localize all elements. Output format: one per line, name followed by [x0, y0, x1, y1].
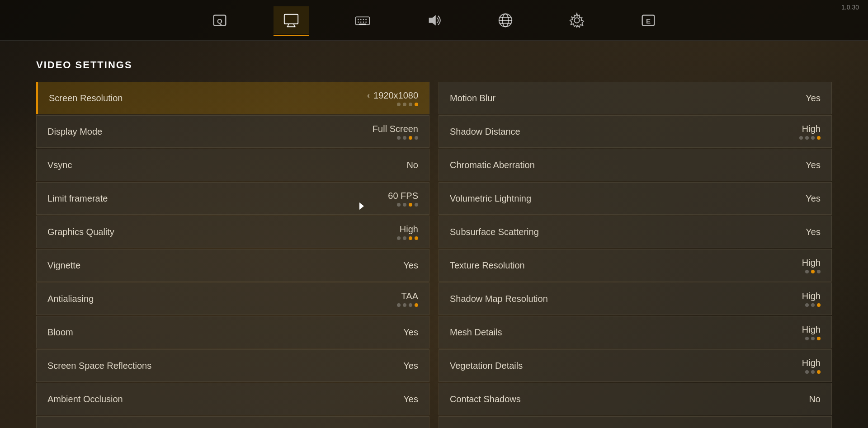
setting-label-shadow-map-resolution: Shadow Map Resolution	[450, 294, 548, 304]
setting-value-shadow-map-resolution: High	[802, 291, 821, 301]
dot-1	[811, 303, 815, 307]
setting-value-chromatic-aberration: Yes	[806, 160, 821, 170]
audio-icon	[424, 10, 444, 31]
dot-2	[409, 236, 412, 240]
setting-row-chromatic-aberration[interactable]: Chromatic Aberration Yes	[439, 149, 832, 181]
dot-1	[805, 136, 809, 140]
setting-row-display-mode[interactable]: Display Mode Full Screen	[36, 115, 429, 148]
setting-row-screen-space-reflections[interactable]: Screen Space Reflections Yes	[36, 349, 429, 382]
setting-row-vsync[interactable]: Vsync No	[36, 149, 429, 181]
svg-line-3	[288, 24, 288, 27]
dots-indicator	[805, 370, 821, 374]
setting-row-vignette[interactable]: Vignette Yes	[36, 249, 429, 282]
setting-row-mesh-details[interactable]: Mesh Details High	[439, 316, 832, 348]
setting-value-container-shadow-map-resolution: High	[802, 291, 821, 307]
setting-value-limit-framerate: 60 FPS	[388, 191, 418, 201]
setting-label-mesh-details: Mesh Details	[450, 327, 502, 338]
setting-value-container-shadow-distance: High	[799, 124, 821, 140]
setting-row-vegetation-details[interactable]: Vegetation Details High	[439, 349, 832, 382]
setting-row-ambient-occlusion[interactable]: Ambient Occlusion Yes	[36, 383, 429, 415]
setting-row-texture-resolution[interactable]: Texture Resolution High	[439, 249, 832, 282]
exit-icon: E	[638, 10, 659, 31]
gear-icon	[566, 10, 587, 31]
tab-exit[interactable]: E	[631, 6, 666, 34]
setting-value-container-screen-resolution: ‹ 1920x1080	[367, 90, 418, 106]
setting-value-container-subsurface-scattering: Yes	[806, 227, 821, 237]
setting-label-vegetation-details: Vegetation Details	[450, 361, 523, 371]
navigation-bar: 1.0.30 Q	[0, 0, 868, 41]
dot-3	[415, 236, 418, 240]
dot-0	[805, 370, 809, 374]
svg-rect-6	[356, 17, 369, 24]
dot-0	[397, 203, 401, 207]
language-icon	[495, 10, 516, 31]
dot-3	[415, 203, 418, 207]
setting-row-antialiasing[interactable]: Antialiasing TAA	[36, 282, 429, 315]
setting-row-bloom[interactable]: Bloom Yes	[36, 316, 429, 348]
setting-value-screen-space-reflections: Yes	[403, 361, 418, 371]
setting-value-container-display-mode: Full Screen	[373, 124, 418, 140]
setting-row-shadow-map-resolution[interactable]: Shadow Map Resolution High	[439, 282, 832, 315]
tab-controls[interactable]: Q	[202, 6, 237, 34]
dot-0	[397, 103, 401, 106]
setting-row-contact-shadows[interactable]: Contact Shadows No	[439, 383, 832, 415]
svg-text:Q: Q	[217, 17, 222, 24]
setting-value-shadow-distance: High	[802, 124, 821, 134]
setting-value-container-chromatic-aberration: Yes	[806, 160, 821, 170]
setting-label-antialiasing: Antialiasing	[47, 294, 94, 304]
dot-0	[805, 337, 809, 340]
dot-3	[415, 303, 418, 307]
section-title: VIDEO SETTINGS	[36, 59, 832, 71]
setting-row-heat-haze[interactable]: Heat Haze No	[439, 416, 832, 428]
left-column: Screen Resolution ‹ 1920x1080 Display Mo…	[36, 82, 429, 428]
main-content: VIDEO SETTINGS Screen Resolution ‹ 1920x…	[0, 41, 868, 428]
setting-value-container-graphics-quality: High	[397, 224, 418, 240]
setting-row-volumetric-lightning[interactable]: Volumetric Lightning Yes	[439, 182, 832, 215]
setting-label-motion-blur: Motion Blur	[450, 93, 495, 103]
dot-3	[817, 136, 821, 140]
tab-language[interactable]	[488, 6, 523, 34]
setting-label-screen-resolution: Screen Resolution	[49, 93, 123, 103]
chevron-icon: ‹	[367, 91, 370, 100]
setting-row-graphics-quality[interactable]: Graphics Quality High	[36, 216, 429, 248]
setting-value-container-ambient-occlusion: Yes	[403, 394, 418, 404]
setting-row-shadow-distance[interactable]: Shadow Distance High	[439, 115, 832, 148]
setting-value-container-motion-blur: Yes	[806, 93, 821, 103]
setting-value-container-antialiasing: TAA	[397, 291, 418, 307]
dot-0	[799, 136, 803, 140]
setting-value-volumetric-lightning: Yes	[806, 193, 821, 204]
setting-value-screen-resolution: ‹ 1920x1080	[367, 90, 418, 101]
setting-label-subsurface-scattering: Subsurface Scattering	[450, 227, 539, 237]
setting-value-container-contact-shadows: No	[809, 394, 821, 404]
dot-0	[805, 270, 809, 273]
dot-3	[415, 103, 418, 106]
dot-1	[403, 136, 406, 140]
setting-label-vsync: Vsync	[47, 160, 72, 170]
tab-audio[interactable]	[416, 6, 452, 34]
setting-label-display-mode: Display Mode	[47, 127, 102, 137]
setting-row-motion-blur[interactable]: Motion Blur Yes	[439, 82, 832, 114]
dot-0	[397, 236, 401, 240]
dot-2	[409, 103, 412, 106]
tab-gameplay[interactable]	[559, 6, 594, 34]
tab-keybinds[interactable]	[345, 6, 380, 34]
dot-2	[817, 337, 821, 340]
setting-value-texture-resolution: High	[802, 258, 821, 268]
dots-indicator	[805, 337, 821, 340]
tab-display[interactable]	[274, 6, 309, 34]
setting-value-mesh-details: High	[802, 325, 821, 335]
dot-2	[409, 203, 412, 207]
svg-rect-2	[284, 14, 298, 24]
dot-2	[409, 303, 412, 307]
setting-row-subsurface-scattering[interactable]: Subsurface Scattering Yes	[439, 216, 832, 248]
setting-row-limit-framerate[interactable]: Limit framerate 60 FPS	[36, 182, 429, 215]
keyboard-icon	[352, 10, 373, 31]
dot-0	[805, 303, 809, 307]
setting-label-limit-framerate: Limit framerate	[47, 193, 108, 204]
setting-row-screen-resolution[interactable]: Screen Resolution ‹ 1920x1080	[36, 82, 429, 114]
setting-label-vignette: Vignette	[47, 260, 80, 271]
setting-row-clouds-shadows[interactable]: Clouds Shadows No	[36, 416, 429, 428]
setting-label-volumetric-lightning: Volumetric Lightning	[450, 193, 531, 204]
setting-value-ambient-occlusion: Yes	[403, 394, 418, 404]
svg-text:E: E	[646, 17, 651, 24]
